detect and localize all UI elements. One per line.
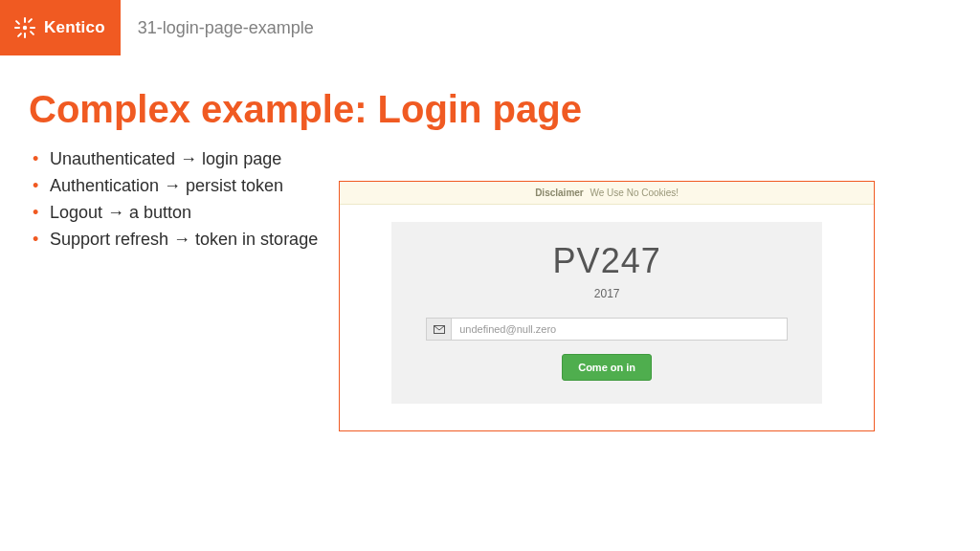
login-card: PV247 2017 Come on in — [391, 222, 822, 404]
breadcrumb: 31-login-page-example — [121, 0, 314, 55]
login-button[interactable]: Come on in — [562, 354, 652, 381]
login-area: PV247 2017 Come on in — [340, 205, 874, 430]
svg-rect-4 — [30, 27, 35, 29]
kentico-icon — [13, 16, 36, 39]
screenshot-content: Disclaimer We Use No Cookies! PV247 2017 — [340, 182, 874, 430]
list-item: Support refresh → token in storage — [29, 227, 318, 252]
slide-body: Complex example: Login page Unauthentica… — [0, 55, 980, 431]
button-row: Come on in — [426, 354, 788, 381]
email-field-row — [426, 318, 788, 341]
list-item: Logout → a button — [29, 200, 318, 225]
login-subtitle: 2017 — [426, 287, 788, 300]
svg-rect-2 — [24, 33, 26, 38]
svg-rect-5 — [15, 20, 21, 26]
svg-rect-6 — [30, 31, 35, 36]
svg-rect-3 — [14, 27, 20, 29]
list-item: Unauthenticated → login page — [29, 146, 318, 171]
login-title: PV247 — [426, 241, 788, 281]
disclaimer-label: Disclaimer — [535, 187, 584, 198]
brand-name: Kentico — [44, 18, 105, 37]
mail-icon — [426, 318, 451, 341]
svg-rect-7 — [28, 18, 33, 24]
page-title: Complex example: Login page — [29, 88, 951, 131]
content-row: Unauthenticated → login page Authenticat… — [29, 146, 951, 431]
brand-logo: Kentico — [0, 0, 121, 55]
email-field[interactable] — [451, 318, 788, 341]
header: Kentico 31-login-page-example — [0, 0, 980, 55]
svg-rect-1 — [24, 17, 26, 23]
svg-rect-8 — [17, 33, 23, 38]
disclaimer-bar: Disclaimer We Use No Cookies! — [340, 182, 874, 205]
svg-point-0 — [23, 26, 27, 30]
disclaimer-text: We Use No Cookies! — [590, 187, 679, 198]
bullet-list: Unauthenticated → login page Authenticat… — [29, 146, 318, 253]
list-item: Authentication → persist token — [29, 173, 318, 198]
screenshot-frame: Disclaimer We Use No Cookies! PV247 2017 — [339, 181, 875, 431]
